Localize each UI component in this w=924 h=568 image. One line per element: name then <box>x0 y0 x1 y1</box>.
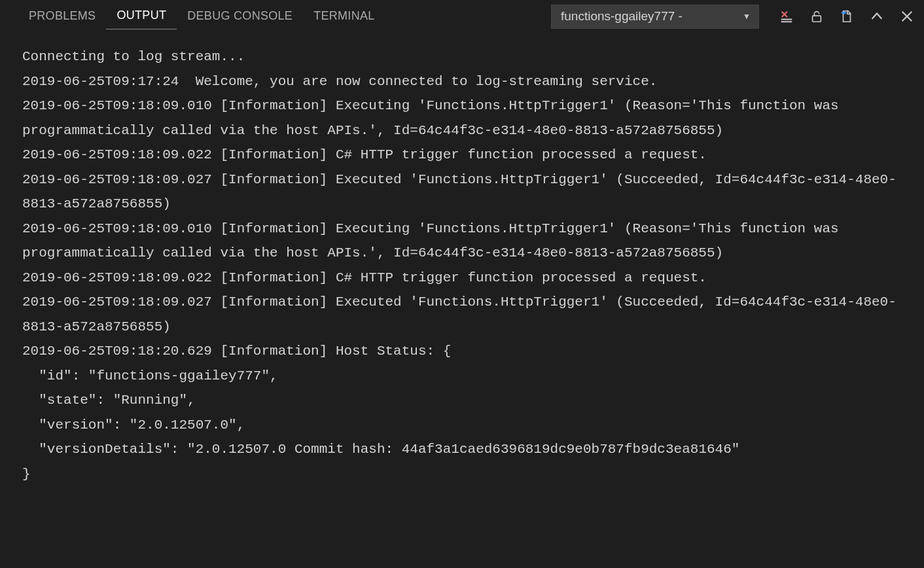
tab-problems[interactable]: PROBLEMS <box>18 4 106 29</box>
tab-debug-console[interactable]: DEBUG CONSOLE <box>177 4 303 29</box>
output-log[interactable]: Connecting to log stream... 2019-06-25T0… <box>0 33 924 568</box>
output-panel: PROBLEMS OUTPUT DEBUG CONSOLE TERMINAL f… <box>0 0 924 568</box>
tab-terminal[interactable]: TERMINAL <box>303 4 385 29</box>
panel-action-icons <box>759 9 919 24</box>
open-log-icon[interactable] <box>839 9 855 24</box>
close-icon[interactable] <box>899 9 915 24</box>
collapse-up-icon[interactable] <box>869 9 885 24</box>
panel-tab-bar: PROBLEMS OUTPUT DEBUG CONSOLE TERMINAL f… <box>0 0 924 33</box>
output-channel-selected: functions-ggailey777 - <box>561 9 683 24</box>
chevron-down-icon: ▼ <box>743 12 751 21</box>
svg-rect-4 <box>813 16 821 22</box>
tab-output[interactable]: OUTPUT <box>106 3 177 29</box>
clear-output-icon[interactable] <box>779 9 794 24</box>
scroll-lock-icon[interactable] <box>809 9 825 24</box>
output-channel-dropdown[interactable]: functions-ggailey777 - ▼ <box>551 5 759 29</box>
